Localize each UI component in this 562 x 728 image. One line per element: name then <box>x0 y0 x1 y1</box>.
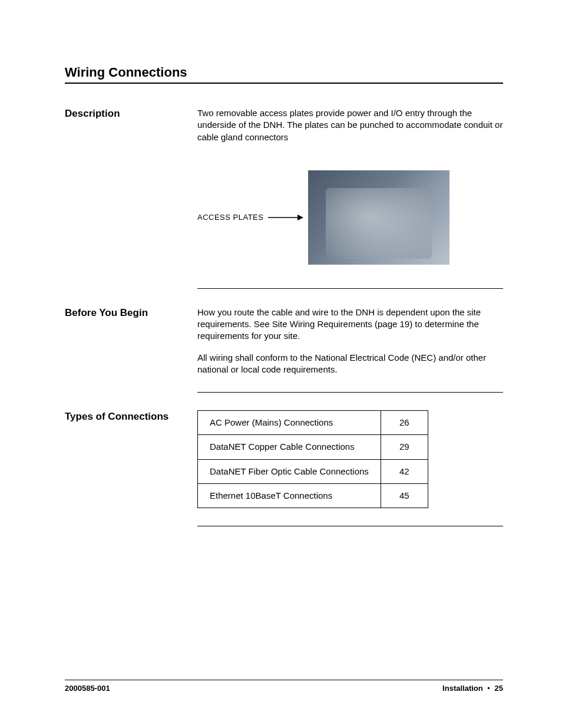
divider-2 <box>197 392 503 393</box>
divider-3 <box>197 526 503 526</box>
section-title: Wiring Connections <box>65 65 503 80</box>
footer-right: Installation • 25 <box>442 684 503 693</box>
description-body: Two removable access plates provide powe… <box>197 107 503 153</box>
figure-label: ACCESS PLATES <box>197 213 263 222</box>
description-block: Description Two removable access plates … <box>65 107 503 153</box>
access-plates-image <box>308 170 449 265</box>
svg-marker-1 <box>297 215 303 220</box>
access-plates-figure: ACCESS PLATES <box>197 170 503 265</box>
types-of-connections-heading: Types of Connections <box>65 410 197 423</box>
connection-page: 42 <box>381 459 428 483</box>
connection-page: 29 <box>381 435 428 459</box>
connections-table: AC Power (Mains) Connections 26 DataNET … <box>197 410 428 508</box>
description-paragraph: Two removable access plates provide powe… <box>197 107 503 143</box>
table-row: DataNET Copper Cable Connections 29 <box>198 435 428 459</box>
types-of-connections-block: Types of Connections AC Power (Mains) Co… <box>65 410 503 508</box>
divider-1 <box>197 288 503 289</box>
table-row: DataNET Fiber Optic Cable Connections 42 <box>198 459 428 483</box>
types-of-connections-body: AC Power (Mains) Connections 26 DataNET … <box>197 410 503 508</box>
connection-page: 45 <box>381 483 428 508</box>
arrow-right-icon <box>268 213 303 222</box>
connection-label: DataNET Copper Cable Connections <box>198 435 381 459</box>
before-you-begin-para2: All wiring shall conform to the National… <box>197 352 503 376</box>
footer-section: Installation <box>442 684 483 693</box>
footer-bullet: • <box>485 684 492 693</box>
before-you-begin-para1: How you route the cable and wire to the … <box>197 307 503 342</box>
before-you-begin-heading: Before You Begin <box>65 307 197 319</box>
document-page: Wiring Connections Description Two remov… <box>0 0 562 728</box>
table-row: AC Power (Mains) Connections 26 <box>198 411 428 435</box>
page-footer: 2000585-001 Installation • 25 <box>65 680 503 693</box>
description-heading: Description <box>65 107 197 120</box>
title-rule <box>65 83 503 84</box>
footer-page-number: 25 <box>495 684 503 693</box>
connection-page: 26 <box>381 411 428 435</box>
footer-rule <box>65 680 503 680</box>
table-row: Ethernet 10BaseT Connections 45 <box>198 483 428 508</box>
connection-label: Ethernet 10BaseT Connections <box>198 483 381 508</box>
connection-label: DataNET Fiber Optic Cable Connections <box>198 459 381 483</box>
footer-row: 2000585-001 Installation • 25 <box>65 684 503 693</box>
before-you-begin-block: Before You Begin How you route the cable… <box>65 307 503 385</box>
before-you-begin-body: How you route the cable and wire to the … <box>197 307 503 385</box>
footer-doc-number: 2000585-001 <box>65 684 110 693</box>
connection-label: AC Power (Mains) Connections <box>198 411 381 435</box>
